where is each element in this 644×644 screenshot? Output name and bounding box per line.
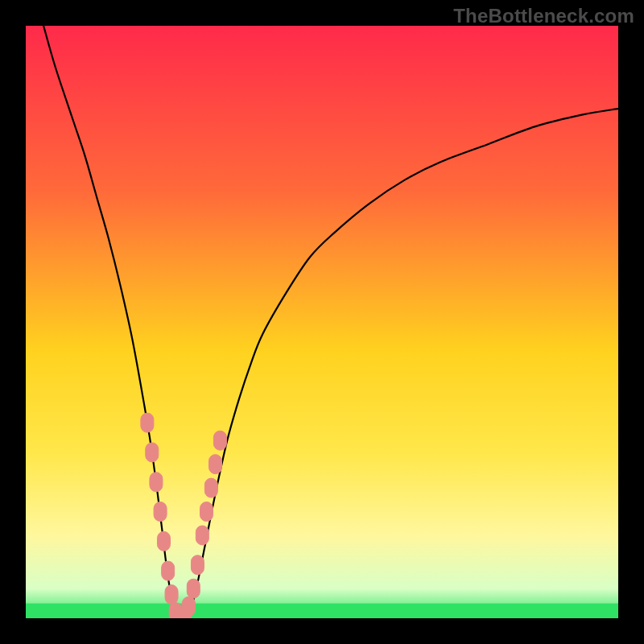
highlight-marker [187,579,200,598]
highlight-marker [196,526,208,545]
highlight-marker [209,455,222,474]
highlight-marker [157,531,170,551]
highlight-marker [165,585,178,605]
highlight-marker [182,597,195,616]
highlight-marker [191,555,204,575]
plot-area [26,26,618,618]
highlight-marker [204,478,217,497]
green-band [26,604,618,618]
gradient-background [26,26,618,618]
highlight-marker [162,561,175,580]
highlight-marker [141,413,154,432]
highlight-marker [146,443,159,462]
watermark-text: TheBottleneck.com [453,5,634,27]
highlight-marker [150,473,163,492]
highlight-marker [213,431,226,450]
outer-frame: TheBottleneck.com [0,0,644,644]
highlight-marker [200,502,213,522]
chart-svg [26,26,618,618]
highlight-marker [154,502,167,522]
